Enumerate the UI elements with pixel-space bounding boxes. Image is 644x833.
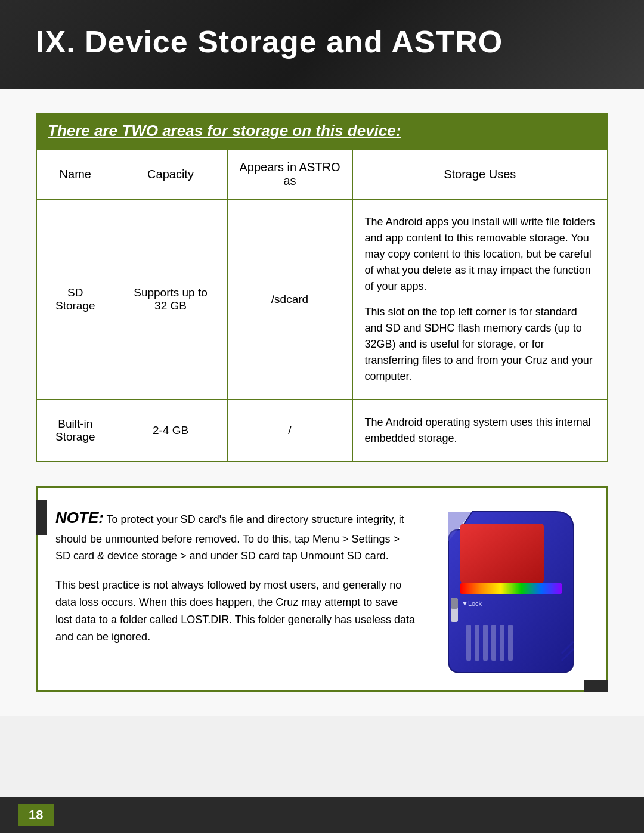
page-title: IX. Device Storage and ASTRO	[36, 24, 503, 60]
table-row: SD Storage Supports up to32 GB /sdcard T…	[36, 199, 608, 400]
builtin-uses-text: The Android operating system uses this i…	[365, 414, 596, 447]
note-left-accent	[36, 500, 47, 535]
builtin-uses-para1: The Android operating system uses this i…	[365, 414, 596, 447]
page-number: 18	[18, 804, 54, 826]
sd-uses-para2: This slot on the top left corner is for …	[365, 304, 596, 385]
builtin-storage-name: Built-inStorage	[36, 400, 114, 462]
svg-rect-12	[500, 625, 504, 661]
builtin-storage-uses: The Android operating system uses this i…	[352, 400, 608, 462]
page-footer: 18	[0, 797, 644, 833]
sd-card-image: ▼Lock SD Card	[434, 506, 589, 673]
page-header: IX. Device Storage and ASTRO	[0, 0, 644, 89]
note-paragraph1: NOTE: To protect your SD card's file and…	[55, 506, 416, 565]
svg-rect-1	[460, 524, 544, 583]
sd-storage-uses: The Android apps you install will write …	[352, 199, 608, 400]
note-paragraph2: This best practice is not always followe…	[55, 577, 416, 645]
sd-storage-astro: /sdcard	[227, 199, 352, 400]
builtin-storage-capacity: 2-4 GB	[114, 400, 227, 462]
banner-text: There are TWO areas for storage on this …	[48, 122, 596, 140]
col-header-uses: Storage Uses	[352, 149, 608, 199]
note-section: NOTE: To protect your SD card's file and…	[36, 486, 608, 692]
svg-rect-4	[451, 598, 458, 609]
sd-uses-text: The Android apps you install will write …	[365, 214, 596, 385]
builtin-storage-astro: /	[227, 400, 352, 462]
sd-uses-para1: The Android apps you install will write …	[365, 214, 596, 295]
col-header-astro: Appears in ASTRO as	[227, 149, 352, 199]
col-header-name: Name	[36, 149, 114, 199]
svg-rect-13	[508, 625, 513, 661]
col-header-capacity: Capacity	[114, 149, 227, 199]
note-title: NOTE:	[55, 509, 104, 527]
sd-storage-capacity: Supports up to32 GB	[114, 199, 227, 400]
note-paragraph1-text: To protect your SD card's file and direc…	[55, 513, 404, 562]
svg-text:▼Lock: ▼Lock	[462, 600, 482, 607]
main-content: There are TWO areas for storage on this …	[0, 89, 644, 716]
sd-card-svg: ▼Lock SD Card	[442, 506, 580, 673]
svg-rect-9	[475, 625, 479, 661]
storage-table: Name Capacity Appears in ASTRO as Storag…	[36, 148, 608, 462]
svg-rect-2	[460, 583, 562, 594]
table-row: Built-inStorage 2-4 GB / The Android ope…	[36, 400, 608, 462]
note-bottom-accent	[584, 680, 608, 692]
svg-rect-8	[466, 625, 471, 661]
green-banner: There are TWO areas for storage on this …	[36, 113, 608, 148]
svg-rect-10	[483, 625, 488, 661]
svg-rect-11	[491, 625, 496, 661]
sd-storage-name: SD Storage	[36, 199, 114, 400]
note-text-block: NOTE: To protect your SD card's file and…	[55, 506, 416, 673]
